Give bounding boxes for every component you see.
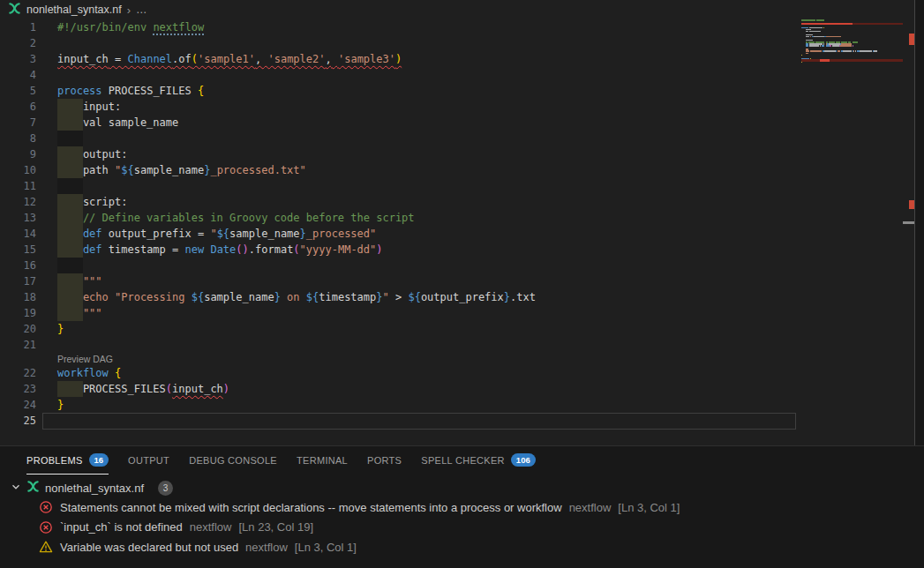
- line-number[interactable]: 8: [0, 131, 36, 146]
- problem-message: Variable was declared but not used: [60, 541, 238, 554]
- line-number[interactable]: 6: [0, 99, 36, 115]
- breadcrumb-collapsed[interactable]: …: [136, 4, 148, 16]
- line-number[interactable]: 14: [0, 226, 36, 242]
- code-line-19[interactable]: 19""": [0, 305, 799, 321]
- code-token: ): [243, 243, 249, 256]
- code-token: process: [57, 85, 102, 97]
- line-number[interactable]: 1: [0, 19, 36, 35]
- code-token: """: [83, 307, 102, 319]
- nextflow-file-icon: [8, 2, 21, 18]
- problems-file-group[interactable]: nonlethal_syntax.nf 3: [0, 478, 924, 497]
- code-token: 'sample3': [338, 53, 395, 65]
- line-number[interactable]: 7: [0, 115, 36, 131]
- code-token: PROCESS_FILES: [102, 85, 198, 97]
- code-line-9[interactable]: 9output:: [0, 146, 799, 162]
- code-line-18[interactable]: 18echo "Processing ${sample_name} on ${t…: [0, 289, 799, 305]
- line-content: def timestamp = new Date().format("yyyy-…: [57, 242, 799, 258]
- code-lines: 1#!/usr/bin/env nextflow23input_ch = Cha…: [0, 19, 799, 429]
- line-number[interactable]: 4: [0, 67, 36, 83]
- warning-icon: [39, 540, 53, 554]
- problem-row[interactable]: `input_ch` is not definednextflow[Ln 23,…: [0, 518, 924, 538]
- code-line-17[interactable]: 17""": [0, 273, 799, 289]
- code-editor[interactable]: 1#!/usr/bin/env nextflow23input_ch = Cha…: [0, 19, 924, 445]
- code-line-16[interactable]: 16: [0, 258, 799, 273]
- code-line-10[interactable]: 10path "${sample_name}_processed.txt": [0, 162, 799, 178]
- code-line-6[interactable]: 6input:: [0, 99, 799, 115]
- code-token: ${: [192, 291, 204, 303]
- line-content: input:: [57, 99, 799, 115]
- code-token: (: [166, 383, 172, 395]
- code-line-8[interactable]: 8: [0, 131, 799, 146]
- code-token: }: [504, 291, 510, 303]
- problems-count-badge: 3: [158, 481, 173, 496]
- overview-ruler[interactable]: [903, 19, 915, 445]
- code-line-24[interactable]: 24}: [0, 397, 799, 413]
- breadcrumb: nonlethal_syntax.nf › …: [0, 0, 924, 19]
- line-content: [57, 337, 799, 353]
- code-line-12[interactable]: 12script:: [0, 194, 799, 210]
- code-line-1[interactable]: 1#!/usr/bin/env nextflow: [0, 19, 799, 35]
- code-line-23[interactable]: 23PROCESS_FILES(input_ch): [0, 381, 799, 397]
- line-number[interactable]: 2: [0, 35, 36, 51]
- line-number[interactable]: 25: [0, 413, 36, 429]
- code-line-2[interactable]: 2: [0, 35, 799, 51]
- code-line-7[interactable]: 7val sample_name: [0, 115, 799, 131]
- code-token: output_prefix: [421, 291, 504, 303]
- line-number[interactable]: 10: [0, 162, 36, 178]
- line-number[interactable]: 11: [0, 178, 36, 194]
- problem-row[interactable]: Statements cannot be mixed with script d…: [0, 497, 924, 518]
- code-token: input:: [83, 101, 121, 113]
- code-token: on: [281, 291, 306, 303]
- code-token: sample_name: [229, 228, 299, 240]
- minimap[interactable]: [801, 19, 903, 445]
- tab-debug-console[interactable]: DEBUG CONSOLE: [189, 446, 277, 475]
- code-line-3[interactable]: 3input_ch = Channel.of('sample1', 'sampl…: [0, 51, 799, 67]
- line-number[interactable]: 15: [0, 242, 36, 258]
- code-token: =: [109, 53, 128, 65]
- line-number[interactable]: 16: [0, 258, 36, 273]
- code-line-22[interactable]: 22workflow {: [0, 365, 799, 381]
- line-number[interactable]: 12: [0, 194, 36, 210]
- code-token: ": [383, 291, 389, 303]
- line-content: [57, 413, 799, 429]
- line-number[interactable]: 24: [0, 397, 36, 413]
- line-number[interactable]: 20: [0, 321, 36, 337]
- codelens-preview-dag[interactable]: Preview DAG: [0, 353, 799, 365]
- breadcrumb-file[interactable]: nonlethal_syntax.nf: [26, 4, 122, 16]
- line-number[interactable]: 18: [0, 289, 36, 305]
- code-line-20[interactable]: 20}: [0, 321, 799, 337]
- code-line-4[interactable]: 4: [0, 67, 799, 83]
- line-number[interactable]: 22: [0, 365, 36, 381]
- line-content: // Define variables in Groovy code befor…: [57, 210, 799, 226]
- code-token: .format: [249, 243, 294, 256]
- code-line-5[interactable]: 5process PROCESS_FILES {: [0, 83, 799, 99]
- code-line-25[interactable]: 25: [0, 413, 799, 429]
- code-token: }: [300, 228, 306, 240]
- line-content: }: [57, 321, 799, 337]
- tab-terminal[interactable]: TERMINAL: [297, 446, 348, 475]
- code-line-13[interactable]: 13// Define variables in Groovy code bef…: [0, 210, 799, 226]
- line-content: process PROCESS_FILES {: [57, 83, 799, 99]
- line-number[interactable]: 3: [0, 51, 36, 67]
- line-number[interactable]: 17: [0, 273, 36, 289]
- problem-row[interactable]: Variable was declared but not usednextfl…: [0, 537, 924, 557]
- chevron-down-icon[interactable]: [9, 480, 23, 497]
- line-number[interactable]: 9: [0, 146, 36, 162]
- tab-output[interactable]: OUTPUT: [128, 446, 169, 475]
- code-token: ${: [121, 164, 133, 176]
- code-token: }: [57, 399, 64, 411]
- line-number[interactable]: 23: [0, 381, 36, 397]
- code-line-11[interactable]: 11: [0, 178, 799, 194]
- line-number[interactable]: 19: [0, 305, 36, 321]
- line-number[interactable]: 13: [0, 210, 36, 226]
- code-line-21[interactable]: 21: [0, 337, 799, 353]
- line-number[interactable]: 21: [0, 337, 36, 353]
- tab-ports[interactable]: PORTS: [367, 446, 402, 475]
- tab-problems[interactable]: PROBLEMS16: [26, 446, 109, 475]
- code-token: new: [184, 243, 204, 256]
- nextflow-file-icon: [26, 480, 40, 496]
- code-line-14[interactable]: 14def output_prefix = "${sample_name}_pr…: [0, 226, 799, 242]
- line-number[interactable]: 5: [0, 83, 36, 99]
- tab-spell-checker[interactable]: SPELL CHECKER106: [421, 446, 535, 475]
- code-line-15[interactable]: 15def timestamp = new Date().format("yyy…: [0, 242, 799, 258]
